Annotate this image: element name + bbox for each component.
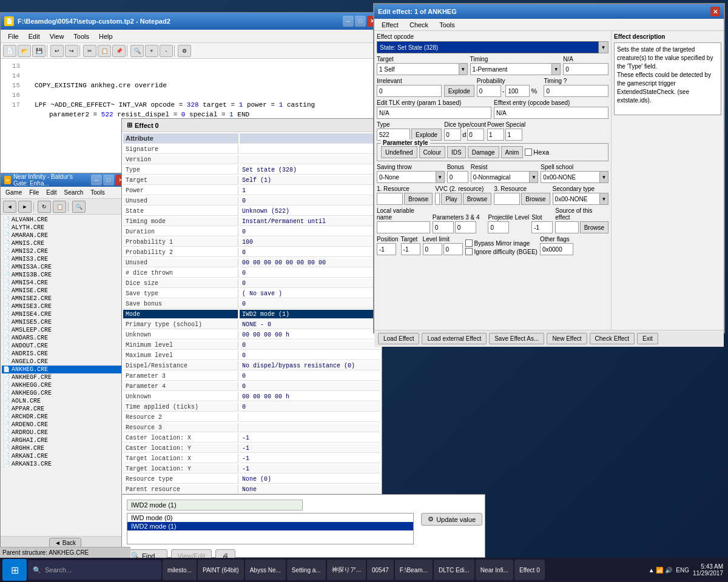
ni-file-amnis3a[interactable]: 📄AMNIS3A.CRE [2, 263, 129, 271]
ni-file-amnis[interactable]: 📄AMNIS.CRE [2, 239, 129, 247]
new-btn[interactable]: 📄 [3, 45, 16, 57]
ni-file-amnise2[interactable]: 📄AMNISE2.CRE [2, 295, 129, 303]
explode-btn-2[interactable]: Explode [411, 129, 442, 141]
zoom-in-btn[interactable]: + [145, 45, 158, 57]
ni-file-amnise3[interactable]: 📄AMNISE3.CRE [2, 303, 129, 310]
ni-file-ankhegg2[interactable]: 📄ANKHEGG.CRE [2, 389, 129, 397]
anim-btn[interactable]: Anim [501, 146, 524, 158]
res3-input[interactable] [494, 193, 520, 205]
taskbar-btn-00547[interactable]: 00547 [367, 560, 394, 580]
paste-btn[interactable]: 📌 [112, 45, 126, 57]
resist-arrow[interactable]: ▼ [530, 171, 538, 183]
notepad-maximize[interactable]: □ [355, 16, 366, 27]
notepad-menu-view[interactable]: View [45, 32, 69, 41]
notepad-minimize[interactable]: ─ [343, 16, 354, 27]
ni-file-ankhegg[interactable]: 📄ANKHEGG.CRE [2, 381, 129, 389]
save-effect-btn[interactable]: Save Effect As... [489, 333, 544, 344]
ni-file-andars[interactable]: 📄ANDARS.CRE [2, 334, 129, 342]
check-effect-btn[interactable]: Check Effect [590, 333, 635, 344]
ni-file-archdr[interactable]: 📄ARCHDR.CRE [2, 413, 129, 421]
timing-arrow[interactable]: ▼ [552, 63, 561, 75]
ni-file-amnise[interactable]: 📄AMNISE.CRE [2, 287, 129, 295]
exit-btn[interactable]: Exit [637, 333, 658, 344]
new-effect-btn[interactable]: New Effect [547, 333, 587, 344]
notepad-menu-tools[interactable]: Tools [69, 32, 94, 41]
ni-tb-back[interactable]: ◄ [3, 201, 16, 213]
res1-input[interactable] [377, 193, 403, 205]
ni-file-arghai[interactable]: 📄ARGHAI.CRE [2, 436, 129, 444]
ni-file-ardeno[interactable]: 📄ARDENO.CRE [2, 421, 129, 429]
mode-dropdown-list[interactable]: IWD mode (0) IWD2 mode (1) [127, 513, 414, 544]
notepad-menu-file[interactable]: File [3, 32, 24, 41]
ni-menu-search[interactable]: Search [61, 189, 87, 196]
ni-maximize[interactable]: □ [103, 175, 114, 186]
cut-btn[interactable]: ✂ [83, 45, 96, 57]
ni-tb-search[interactable]: 🔍 [72, 201, 86, 213]
edit-effect-close[interactable]: ✕ [710, 7, 720, 16]
local-var-input[interactable] [377, 221, 430, 233]
taskbar-btn-dltc[interactable]: DLTC Edi... [434, 560, 474, 580]
notepad-menu-edit[interactable]: Edit [24, 32, 45, 41]
effect-opcode-arrow[interactable]: ▼ [599, 41, 608, 53]
iwd2-mode-1[interactable]: IWD2 mode (1) [127, 522, 413, 530]
secondary-type-arrow[interactable]: ▼ [600, 193, 608, 205]
redo-btn[interactable]: ↪ [65, 45, 78, 57]
ni-menu-tools[interactable]: Tools [87, 189, 108, 196]
ni-file-tree[interactable]: 📄ALVANH.CRE 📄ALYTH.CRE 📄AMARAN.CRE 📄AMNI… [1, 215, 130, 536]
taskbar-btn-jap[interactable]: 神探りア... [327, 560, 366, 580]
start-button[interactable]: ⊞ [2, 559, 27, 581]
taskbar-btn-fbeam[interactable]: F:\Beam... [395, 560, 433, 580]
ni-file-aoln[interactable]: 📄AOLN.CRE [2, 397, 129, 405]
ni-file-amnis3b[interactable]: 📄AMNIS3B.CRE [2, 271, 129, 279]
ignore-checkbox[interactable] [465, 248, 473, 255]
ni-file-amaran[interactable]: 📄AMARAN.CRE [2, 232, 129, 239]
vvc-input[interactable] [435, 193, 440, 205]
ni-file-arkani[interactable]: 📄ARKANI.CRE [2, 452, 129, 460]
iwd-mode-0[interactable]: IWD mode (0) [127, 513, 413, 522]
effect-menu-effect[interactable]: Effect [377, 21, 403, 29]
taskbar-search[interactable]: 🔍 Search... [28, 560, 161, 580]
browse3-btn[interactable]: Browse [521, 193, 550, 205]
ni-minimize[interactable]: ─ [91, 175, 102, 186]
save-btn[interactable]: 💾 [32, 45, 46, 57]
taskbar-btn-nearinf[interactable]: Near Infi... [476, 560, 513, 580]
taskbar-btn-setting[interactable]: Setting a... [287, 560, 326, 580]
play-btn[interactable]: Play [441, 193, 461, 205]
ni-menu-edit[interactable]: Edit [42, 189, 60, 196]
load-external-btn[interactable]: Load external Effect [422, 333, 487, 344]
ni-menu-game[interactable]: Game [2, 189, 25, 196]
ni-tb-copy[interactable]: 📋 [53, 201, 66, 213]
copy-btn[interactable]: 📋 [98, 45, 111, 57]
ni-file-ankheg[interactable]: 📄ANKHEG.CRE [2, 366, 129, 373]
browse-source-btn[interactable]: Browse [580, 221, 608, 233]
taskbar-btn-paint[interactable]: PAINT (64bit) [198, 560, 244, 580]
ni-file-angelo[interactable]: 📄ANGELO.CRE [2, 358, 129, 366]
update-value-btn[interactable]: ⚙ Update value [421, 513, 482, 526]
ni-file-arghh[interactable]: 📄ARGHH.CRE [2, 444, 129, 452]
bypass-checkbox[interactable] [465, 239, 473, 247]
ni-file-appar[interactable]: 📄APPAR.CRE [2, 405, 129, 413]
ni-file-ardrou[interactable]: 📄ARDROU.CRE [2, 429, 129, 436]
row-mode[interactable]: ModeIWD2 mode (1) [123, 310, 380, 319]
target-arrow[interactable]: ▼ [459, 63, 468, 75]
saving-throw-arrow[interactable]: ▼ [436, 171, 445, 183]
spell-school-arrow[interactable]: ▼ [600, 171, 608, 183]
ni-file-amnis4[interactable]: 📄AMNIS4.CRE [2, 279, 129, 287]
settings-btn[interactable]: ⚙ [178, 45, 191, 57]
ni-file-amnise5[interactable]: 📄AMNISE5.CRE [2, 318, 129, 326]
ni-file-amnis2[interactable]: 📄AMNIS2.CRE [2, 247, 129, 255]
ni-file-andris[interactable]: 📄ANDRIS.CRE [2, 350, 129, 358]
taskbar-btn-abyss[interactable]: Abyss Ne... [245, 560, 286, 580]
ni-tb-refresh[interactable]: ↻ [38, 201, 51, 213]
browse1-btn[interactable]: Browse [404, 193, 433, 205]
ni-file-arkani3[interactable]: 📄ARKANI3.CRE [2, 460, 129, 468]
ni-file-alvanh[interactable]: 📄ALVANH.CRE [2, 216, 129, 224]
undefined-btn[interactable]: Undefined [381, 146, 417, 158]
effect-menu-check[interactable]: Check [405, 21, 433, 29]
ni-file-amnis3[interactable]: 📄AMNIS3.CRE [2, 255, 129, 263]
damage-btn[interactable]: Damage [468, 146, 499, 158]
ni-file-alyth[interactable]: 📄ALYTH.CRE [2, 224, 129, 232]
colour-btn[interactable]: Colour [419, 146, 445, 158]
taskbar-btn-milesto[interactable]: milesto... [163, 560, 197, 580]
load-effect-btn[interactable]: Load Effect [378, 333, 419, 344]
